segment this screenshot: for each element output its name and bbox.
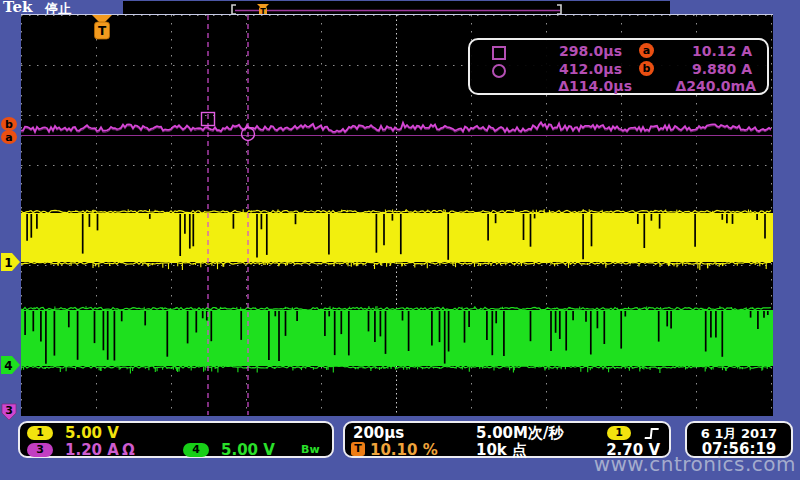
cursor-a-left-badge[interactable]: a [1, 130, 17, 144]
cursor-a-value: 10.12 A [658, 43, 752, 59]
header-bar: Tek 停止 T [0, 0, 800, 14]
record-overview-bar[interactable]: T [123, 1, 670, 14]
trigger-position-badge: T [351, 442, 365, 456]
cursor-delta-time: Δ114.0µs [510, 78, 632, 94]
channel-scales-box[interactable]: 1 5.00 V 3 1.20 A Ω 4 5.00 V Bw [18, 421, 334, 458]
cursor-a-square-icon [492, 46, 506, 60]
channel4-badge[interactable]: 4 [183, 443, 209, 457]
cursor-a-time: 298.0µs [510, 43, 622, 59]
record-length: 10k 点 [476, 441, 527, 460]
channel3-scale: 1.20 A [65, 441, 119, 459]
horizontal-scale: 200µs [353, 424, 404, 442]
channel1-reference-marker[interactable]: 1 [1, 253, 20, 271]
svg-text:4: 4 [4, 359, 12, 373]
cursor-delta-value: Δ240.0mA [658, 78, 756, 94]
cursor-a-badge: a [639, 43, 654, 58]
channel1-badge[interactable]: 1 [27, 426, 53, 440]
cursor-b-left-badge[interactable]: b [1, 117, 17, 131]
channel4-reference-marker[interactable]: 4 [1, 356, 20, 374]
channel1-scale: 5.00 V [65, 424, 119, 442]
cursor-b-value: 9.880 A [658, 61, 752, 77]
oscilloscope-screen: Tek 停止 T T [0, 0, 800, 480]
channel3-reference-marker[interactable]: 3 [2, 404, 16, 421]
trigger-source-badge[interactable]: 1 [607, 426, 631, 440]
channel4-scale: 5.00 V [221, 441, 275, 459]
trigger-position-percent: 10.10 % [370, 441, 438, 459]
overview-left-bracket[interactable] [232, 5, 236, 14]
cursor-readout-panel: 298.0µs a 10.12 A 412.0µs b 9.880 A Δ114… [468, 38, 769, 95]
trigger-rising-edge-icon [644, 426, 661, 441]
cursor-b-circle-icon [492, 64, 506, 78]
svg-text:b: b [5, 118, 13, 131]
channel3-badge[interactable]: 3 [27, 443, 53, 457]
svg-text:3: 3 [5, 404, 13, 417]
overview-right-bracket[interactable] [557, 5, 561, 14]
cursor-b-time: 412.0µs [510, 61, 622, 77]
channel3-coupling-ohm: Ω [122, 441, 135, 459]
svg-text:a: a [5, 131, 12, 144]
watermark: www.cntronics.com [594, 452, 796, 476]
svg-text:1: 1 [4, 256, 12, 270]
cursor-b-badge: b [639, 61, 654, 76]
channel4-bandwidth-limit-icon: Bw [301, 443, 320, 456]
